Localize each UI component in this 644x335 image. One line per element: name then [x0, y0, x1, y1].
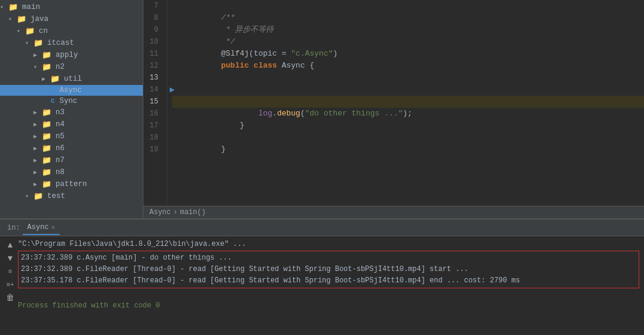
console-line-empty — [18, 289, 639, 300]
code-panel: 7 8 9 10 11 12 13 14 15 16 17 18 19 /** — [143, 0, 644, 206]
console-highlighted-block: 23:37:32.389 c.Async [main] - do other t… — [18, 251, 639, 288]
tree-label-n5: n5 — [56, 132, 65, 141]
tree-item-pattern[interactable]: ▶📁pattern — [0, 178, 143, 190]
file-tree-sidebar: ▾📁main▾📁java▾📁cn▾📁itcast▶📁apply▾📁n2▶📁uti… — [0, 0, 143, 218]
tree-item-n5[interactable]: ▶📁n5 — [0, 130, 143, 142]
tree-arrow-n3: ▶ — [33, 109, 42, 116]
folder-icon-main: 📁 — [8, 2, 18, 12]
tree-label-main: main — [22, 3, 40, 11]
java-icon-Async: C — [50, 87, 56, 94]
tree-item-main[interactable]: ▾📁main — [0, 1, 143, 13]
code-line-12 — [172, 60, 644, 72]
tree-arrow-n6: ▶ — [33, 145, 42, 152]
line-num-9: 9 — [143, 24, 162, 36]
scroll-down-button[interactable]: ▼ — [5, 253, 16, 264]
tree-arrow-n2: ▾ — [33, 63, 42, 71]
line-num-15: 15 — [143, 96, 162, 108]
folder-icon-apply: 📁 — [42, 50, 51, 60]
bottom-panel: in: Async ✕ ▲ ▼ ≡ ≡+ 🗑 "C:\Program Files… — [0, 218, 644, 335]
tree-item-n4[interactable]: ▶📁n4 — [0, 118, 143, 130]
tree-item-Async[interactable]: CAsync — [0, 85, 143, 96]
tree-item-n7[interactable]: ▶📁n7 — [0, 154, 143, 166]
tree-label-cn: cn — [39, 27, 48, 35]
line-num-16: 16 — [143, 108, 162, 120]
console-line-exit: Process finished with exit code 0 — [18, 300, 639, 312]
tree-label-Async: Async — [60, 86, 82, 95]
tree-label-n3: n3 — [56, 108, 65, 117]
folder-icon-util: 📁 — [50, 74, 60, 84]
folder-icon-n2: 📁 — [42, 62, 51, 72]
tree-arrow-apply: ▶ — [33, 51, 42, 59]
code-line-11: public class Async { — [172, 48, 644, 60]
tree-label-itcast: itcast — [47, 39, 74, 47]
tree-item-test[interactable]: ▾📁test — [0, 190, 143, 202]
folder-icon-itcast: 📁 — [33, 38, 43, 48]
folder-icon-test: 📁 — [33, 191, 43, 201]
tree-item-n3[interactable]: ▶📁n3 — [0, 106, 143, 118]
tree-label-n4: n4 — [56, 120, 65, 129]
tree-item-n6[interactable]: ▶📁n6 — [0, 142, 143, 154]
tree-arrow-n4: ▶ — [33, 121, 42, 128]
tree-arrow-util: ▶ — [42, 75, 50, 83]
console-tab-name: Async — [27, 223, 49, 232]
editor-area: 7 8 9 10 11 12 13 14 15 16 17 18 19 /** — [143, 0, 644, 218]
tree-item-java[interactable]: ▾📁java — [0, 13, 143, 25]
line-num-14: 14 — [143, 84, 162, 96]
tree-item-apply[interactable]: ▶📁apply — [0, 49, 143, 61]
code-line-19 — [172, 144, 644, 156]
line-num-11: 11 — [143, 48, 162, 60]
line-num-17: 17 — [143, 120, 162, 132]
line-num-8: 8 — [143, 12, 162, 24]
line-num-19: 19 — [143, 144, 162, 156]
scroll-up-button[interactable]: ▲ — [5, 240, 16, 251]
tree-item-Sync[interactable]: CSync — [0, 96, 143, 106]
code-line-15: log.debug("do other things ..."); — [172, 96, 644, 108]
clear-console-button[interactable]: 🗑 — [5, 293, 16, 303]
tree-arrow-n5: ▶ — [33, 133, 42, 140]
tree-label-n6: n6 — [56, 144, 65, 153]
tree-arrow-pattern: ▶ — [33, 181, 42, 188]
breadcrumb-part-2: main() — [180, 208, 206, 217]
folder-icon-n7: 📁 — [42, 156, 51, 165]
line-num-12: 12 — [143, 60, 162, 72]
console-line-3: 23:37:35.178 c.FileReader [Thread-0] - r… — [21, 275, 636, 287]
folder-icon-pattern: 📁 — [42, 179, 51, 189]
java-icon-Sync: C — [50, 98, 56, 105]
folder-icon-n8: 📁 — [42, 168, 51, 177]
console-line-cmd: "C:\Program Files\Java\jdk1.8.0_212\bin\… — [18, 239, 639, 250]
tree-item-util[interactable]: ▶📁util — [0, 73, 143, 85]
tree-item-itcast[interactable]: ▾📁itcast — [0, 37, 143, 49]
code-content[interactable]: /** * 异步不等待 */ @Slf4j(topic = "c.Async")… — [167, 0, 644, 206]
code-line-13: ▶ public static void main(String[] args)… — [172, 72, 644, 84]
tree-label-apply: apply — [56, 51, 78, 59]
code-line-8: * 异步不等待 — [172, 12, 644, 24]
line-num-13: 13 — [143, 72, 162, 84]
soft-wrap-button[interactable]: ≡+ — [5, 279, 16, 290]
tree-label-pattern: pattern — [56, 180, 87, 188]
folder-icon-n5: 📁 — [42, 132, 51, 141]
console-tabs: in: Async ✕ — [0, 220, 644, 236]
breadcrumb: Async › main() — [143, 206, 644, 218]
code-line-14: new Thread(() -> FileReader.read(Constan… — [172, 84, 644, 96]
tree-arrow-n7: ▶ — [33, 157, 42, 164]
tree-item-n8[interactable]: ▶📁n8 — [0, 166, 143, 178]
folder-icon-java: 📁 — [17, 14, 26, 24]
code-line-7: /** — [172, 0, 644, 12]
code-line-10: @Slf4j(topic = "c.Async") — [172, 36, 644, 48]
wrap-lines-button[interactable]: ≡ — [5, 266, 16, 277]
breadcrumb-separator: › — [173, 208, 177, 217]
console-tab-close-icon[interactable]: ✕ — [51, 224, 55, 231]
code-line-17 — [172, 120, 644, 132]
folder-icon-n6: 📁 — [42, 144, 51, 153]
folder-icon-n3: 📁 — [42, 108, 51, 117]
console-body: ▲ ▼ ≡ ≡+ 🗑 "C:\Program Files\Java\jdk1.8… — [0, 236, 644, 335]
line-numbers: 7 8 9 10 11 12 13 14 15 16 17 18 19 — [143, 0, 167, 206]
tree-label-n7: n7 — [56, 156, 65, 165]
console-tab-async[interactable]: Async ✕ — [23, 221, 60, 235]
tree-item-cn[interactable]: ▾📁cn — [0, 25, 143, 37]
tree-label-util: util — [64, 75, 82, 83]
console-action-buttons: ▲ ▼ ≡ ≡+ 🗑 — [5, 239, 16, 333]
tree-arrow-java: ▾ — [8, 16, 17, 23]
tree-arrow-cn: ▾ — [17, 28, 25, 35]
tree-item-n2[interactable]: ▾📁n2 — [0, 61, 143, 73]
